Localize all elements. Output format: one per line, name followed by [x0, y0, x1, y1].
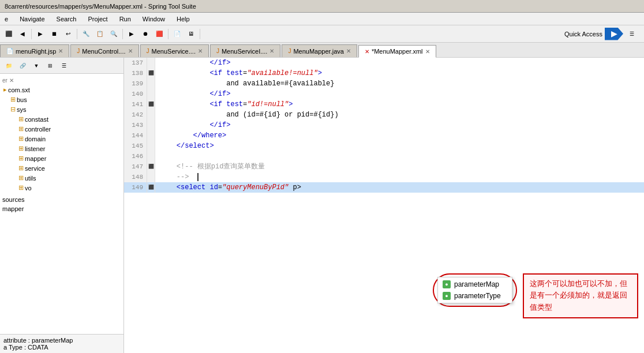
line-num-140: 140 [124, 89, 147, 99]
toolbar-btn-13[interactable]: 🖥 [185, 28, 197, 40]
code-line-137: 137 </if> [124, 58, 644, 68]
quick-access-button[interactable]: ▶ [605, 28, 623, 40]
quick-access-label: Quick Access [564, 31, 602, 37]
sidebar-label-domain: domain [25, 136, 46, 142]
folder-icon-listener: ⊞ [18, 145, 24, 152]
main-layout: 📄 menuRight.jsp ✕ J MenuControl.... ✕ J … [0, 43, 644, 353]
title-text: 8carrent/resources/mapper/sys/MenuMapper… [5, 3, 196, 10]
toolbar-btn-3[interactable]: ▶ [34, 28, 47, 40]
toolbar-btn-10[interactable]: ⏺ [139, 28, 152, 40]
sidebar-item-listener[interactable]: ⊞ listener [0, 144, 123, 153]
autocomplete-container: ● parameterMap ● parameterType [433, 273, 517, 307]
line-marker-137 [147, 58, 155, 68]
folder-icon-constast: ⊞ [18, 115, 24, 123]
sidebar-item-er[interactable]: er ✕ [0, 76, 123, 85]
toolbar-btn-12[interactable]: 📄 [171, 28, 184, 40]
toolbar-btn-8[interactable]: 🔍 [107, 28, 120, 40]
sidebar-label-constast: constast [25, 116, 48, 123]
code-line-142: 142 and (id=#{id} or pid=#{id}) [124, 110, 644, 120]
line-num-144: 144 [124, 130, 147, 141]
sidebar-item-sys[interactable]: ⊟ sys [0, 104, 123, 114]
sidebar-item-bus[interactable]: ⊞ bus [0, 95, 123, 104]
tab-menuservicei[interactable]: J MenuServiceI.... ✕ [210, 44, 280, 57]
sidebar-item-constast[interactable]: ⊞ constast [0, 114, 123, 124]
sidebar-btn-3[interactable]: ▼ [30, 59, 43, 72]
folder-icon-bus: ⊞ [10, 96, 16, 103]
toolbar-btn-11[interactable]: 🟥 [153, 28, 166, 40]
sidebar-item-mapper2[interactable]: mapper [0, 204, 123, 213]
autocomplete-popup[interactable]: ● parameterMap ● parameterType [437, 277, 512, 303]
menu-item-window[interactable]: Window [140, 14, 167, 24]
sidebar-info: attribute : parameterMap a Type : CDATA [0, 334, 123, 353]
toolbar-btn-2[interactable]: ◀ [16, 28, 29, 40]
code-line-139: 139 and available=#{available} [124, 78, 644, 89]
tab-close-menuservicei[interactable]: ✕ [269, 48, 274, 54]
menu-item-help[interactable]: Help [174, 14, 192, 24]
tab-bar: 📄 menuRight.jsp ✕ J MenuControl.... ✕ J … [0, 43, 644, 58]
line-marker-146 [147, 151, 155, 162]
autocomplete-circle: ● parameterMap ● parameterType [433, 273, 517, 307]
sidebar-item-sources[interactable]: sources [0, 195, 123, 204]
line-marker-148 [147, 172, 155, 182]
toolbar-btn-5[interactable]: ↩ [62, 28, 74, 40]
tab-icon-menumapperxml: ✕ [365, 48, 369, 55]
menu-bar: e Navigate Search Project Run Window Hel… [0, 13, 644, 25]
code-line-146: 146 [124, 151, 644, 162]
line-code-144: </where> [155, 130, 226, 141]
tab-label-menumapperxml: *MenuMapper.xml [372, 48, 423, 55]
menu-item-search[interactable]: Search [54, 14, 79, 24]
tab-icon-menuservice: J [147, 48, 149, 54]
autocomplete-item-parametertype[interactable]: ● parameterType [438, 290, 512, 302]
sidebar-item-comsxt[interactable]: ▸ com.sxt [0, 85, 123, 95]
tab-close-menuservice[interactable]: ✕ [198, 48, 203, 54]
line-marker-140 [147, 89, 155, 99]
line-marker-138: ⬛ [147, 68, 155, 78]
folder-icon-vo: ⊞ [18, 184, 24, 191]
sidebar-label-controller: controller [25, 126, 51, 133]
line-num-138: 138 [124, 68, 147, 78]
tab-menumapper[interactable]: J MenuMapper.java ✕ [282, 44, 357, 57]
tab-close-menuright[interactable]: ✕ [58, 48, 63, 54]
sidebar-btn-2[interactable]: 🔗 [16, 59, 29, 72]
tab-icon-menumapper: J [288, 48, 291, 54]
toolbar-btn-9[interactable]: ▶ [125, 28, 138, 40]
toolbar-view-btn[interactable]: ☰ [626, 28, 638, 40]
tab-menumapperxml[interactable]: ✕ *MenuMapper.xml ✕ [358, 45, 436, 58]
sidebar-item-utils[interactable]: ⊞ utils [0, 173, 123, 183]
sidebar-btn-4[interactable]: ⊞ [44, 59, 57, 72]
toolbar-btn-6[interactable]: 🔧 [80, 28, 92, 40]
tab-close-menumapperxml[interactable]: ✕ [425, 48, 430, 55]
sidebar-item-service[interactable]: ⊞ service [0, 163, 123, 173]
sidebar-item-vo[interactable]: ⊞ vo [0, 183, 123, 193]
annotation-content: 这两个可以加也可以不加，但是有一个必须加的，就是返回值类型 [530, 279, 627, 312]
sidebar-btn-5[interactable]: ☰ [58, 59, 70, 72]
toolbar-sep-1 [31, 29, 32, 39]
sidebar-item-controller[interactable]: ⊞ controller [0, 124, 123, 134]
autocomplete-item-parametermap[interactable]: ● parameterMap [438, 279, 512, 290]
line-code-138: <if test="available!=null"> [155, 68, 322, 78]
sidebar-label-listener: listener [25, 145, 45, 152]
tab-menuright[interactable]: 📄 menuRight.jsp ✕ [0, 44, 69, 57]
tab-close-menucontrol[interactable]: ✕ [128, 48, 133, 54]
menu-item-run[interactable]: Run [117, 14, 133, 24]
tab-close-menumapper[interactable]: ✕ [346, 48, 351, 54]
sidebar-item-domain[interactable]: ⊞ domain [0, 134, 123, 144]
editor-area[interactable]: 137 </if> 138 ⬛ <if test="available!=nul… [124, 58, 644, 353]
toolbar-btn-7[interactable]: 📋 [93, 28, 106, 40]
sidebar-item-mapper[interactable]: ⊞ mapper [0, 153, 123, 163]
sidebar-btn-1[interactable]: 📁 [2, 59, 15, 72]
menu-item-project[interactable]: Project [85, 14, 110, 24]
line-num-146: 146 [124, 151, 147, 162]
menu-item-navigate[interactable]: Navigate [17, 14, 47, 24]
tab-menuservice[interactable]: J MenuService.... ✕ [140, 44, 209, 57]
menu-item-e[interactable]: e [2, 14, 10, 24]
toolbar-btn-1[interactable]: ⬛ [2, 28, 15, 40]
line-marker-141: ⬛ [147, 99, 155, 110]
toolbar-btn-4[interactable]: ⏹ [48, 28, 61, 40]
tab-menucontrol[interactable]: J MenuControl.... ✕ [70, 44, 138, 57]
line-num-142: 142 [124, 110, 147, 120]
code-line-148: 148 --> [124, 172, 644, 182]
line-code-148: --> [155, 172, 199, 182]
line-code-139: and available=#{available} [155, 78, 334, 89]
line-marker-144 [147, 130, 155, 141]
